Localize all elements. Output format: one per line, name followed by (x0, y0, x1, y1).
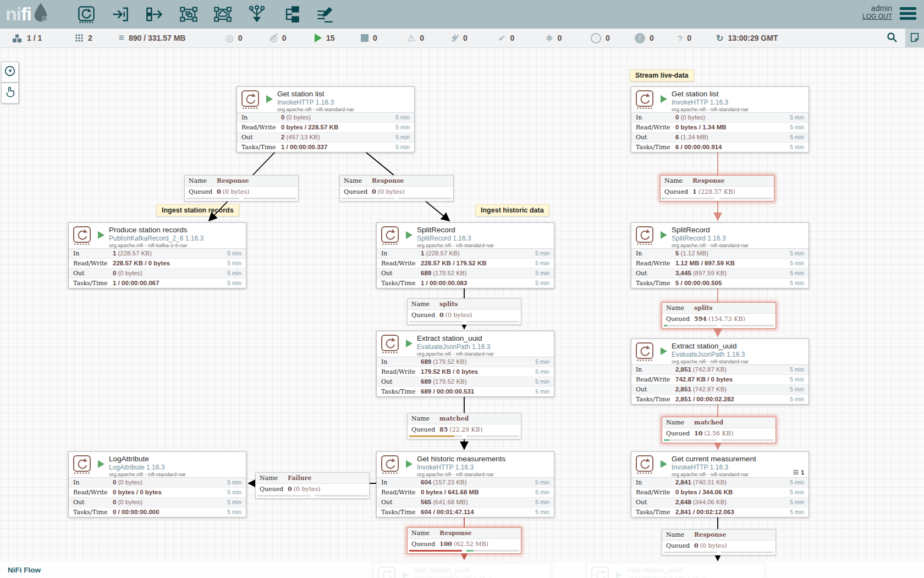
refresh-icon[interactable]: ↻ (716, 33, 723, 43)
processor-stamp-icon (72, 455, 92, 477)
stat-window: 5 min (395, 133, 410, 142)
connection-label[interactable]: Name Response Queued 0(0 bytes) (184, 175, 299, 201)
connection-queue-row: Queued 0(0 bytes) (340, 187, 453, 197)
run-status-icon (661, 460, 667, 468)
connection-name-row: Name matched (408, 413, 521, 424)
stat-window: 5 min (535, 367, 549, 377)
connection-label[interactable]: Name splits Queued 0(0 bytes) (407, 298, 521, 325)
active-thread-badge: 1 (793, 469, 804, 476)
flow-label-text: Ingest station records (162, 206, 234, 214)
connection-label[interactable]: Name Response Queued 1(228.57 KB) (660, 175, 774, 201)
connection-name-row: Name Response (408, 528, 521, 539)
stat-value: 604 / 00:01:47.114 (421, 508, 476, 517)
processor[interactable]: SplitRecord SplitRecord 1.16.3 org.apach… (631, 222, 809, 288)
connection-label[interactable]: Name splits Queued 594(154.73 KB) (662, 302, 776, 329)
hand-tool-button[interactable] (1, 83, 19, 103)
processor[interactable]: Get current measurement InvokeHTTP 1.16.… (631, 451, 809, 517)
label-tool-icon[interactable] (315, 4, 336, 25)
relationship-name: Response (372, 177, 404, 184)
cluster-icon (12, 34, 23, 43)
stat-window: 5 min (535, 387, 549, 396)
relationship-name: Response (692, 177, 725, 184)
connection-label[interactable]: Name Response Queued 100(62.52 MB) (407, 527, 521, 554)
flow-label[interactable]: Ingest station records (156, 204, 239, 216)
stat-label: In (73, 478, 79, 487)
funnel-tool-icon[interactable] (246, 4, 267, 25)
stat-value: 2(457.13 KB) (281, 133, 320, 142)
processor-header: Get station list InvokeHTTP 1.16.3 org.a… (237, 87, 414, 112)
stat-row: In 5(1.12 MB) 5 min (631, 249, 809, 258)
processor[interactable]: Extract station_uuid EvaluateJsonPath 1.… (376, 331, 554, 397)
threads-mini-icon (793, 470, 799, 475)
queued-size: (154.73 KB) (708, 315, 745, 323)
threads-icon (75, 34, 84, 42)
search-button[interactable] (884, 31, 900, 45)
stat-row: Tasks/Time 689 / 00:00:00.531 5 min (377, 386, 554, 396)
processor[interactable]: Get station list InvokeHTTP 1.16.3 org.a… (631, 86, 809, 152)
processor[interactable]: Extract station_uuid EvaluateJsonPath 1.… (631, 339, 809, 405)
processor-header: LogAttribute LogAttribute 1.16.3 org.apa… (69, 452, 246, 477)
connection-label[interactable]: Name matched Queued 85(22.29 KB) (407, 413, 521, 439)
processor[interactable]: Get station list InvokeHTTP 1.16.3 org.a… (237, 86, 415, 152)
run-status-icon (661, 231, 667, 239)
up-to-date-status: ✔ 0 (498, 29, 514, 47)
stat-row: Read/Write 228.57 KB / 0 bytes 5 min (69, 258, 246, 268)
processor-bundle: org.apache.nifi - nifi-standard-nar (672, 106, 749, 112)
processor-bundle: org.apache.nifi - nifi-standard-nar (277, 106, 354, 112)
name-key: Name (411, 413, 430, 424)
connection-label[interactable]: Name Failure Queued 0(0 bytes) (255, 472, 370, 499)
processor-bundle: org.apache.nifi - nifi-standard-nar (672, 471, 749, 477)
connection-name-row: Name matched (662, 417, 776, 428)
queued-size: (0 bytes) (446, 312, 472, 319)
stat-label: Out (241, 133, 253, 142)
stat-window: 5 min (395, 123, 410, 132)
breadcrumb[interactable]: NiFi Flow (8, 566, 41, 574)
processor-stats: In 689(179.52 KB) 5 min Read/Write 179.5… (377, 357, 554, 396)
stat-window: 5 min (790, 259, 804, 268)
processor[interactable]: Get historic measurements InvokeHTTP 1.1… (376, 451, 554, 517)
stat-row: Read/Write 1.12 MB / 897.59 KB 5 min (631, 258, 809, 268)
queued-size: (0 bytes) (294, 486, 321, 493)
processor[interactable]: LogAttribute LogAttribute 1.16.3 org.apa… (68, 451, 246, 517)
processor-tool-icon[interactable] (76, 4, 97, 25)
queued-count: 0 (288, 486, 292, 493)
input-port-tool-icon[interactable] (110, 4, 131, 25)
not-transmitting-icon: ◎ (270, 32, 278, 44)
note-button[interactable] (905, 29, 924, 47)
connection-label[interactable]: Name Response Queued 0(0 bytes) (339, 175, 454, 201)
remote-process-group-tool-icon[interactable] (212, 4, 233, 25)
processor[interactable]: SplitRecord SplitRecord 1.16.3 org.apach… (376, 222, 554, 288)
process-group-tool-icon[interactable] (178, 4, 199, 25)
template-tool-icon[interactable] (280, 4, 301, 25)
stat-label: Tasks/Time (636, 279, 670, 288)
stat-value: 742.87 KB / 0 bytes (675, 375, 734, 384)
stat-label: Tasks/Time (381, 508, 416, 517)
connection-label[interactable]: Name Response Queued 0(0 bytes) (662, 529, 776, 555)
navigate-button[interactable] (1, 62, 19, 83)
flow-label[interactable]: Stream live-data (630, 69, 694, 81)
processor-name: Extract station_uuid (672, 342, 737, 350)
stat-value: 0 bytes / 641.68 MB (421, 488, 480, 497)
connection-label[interactable]: Name matched Queued 10(2.56 KB) (662, 417, 776, 443)
stat-row: Read/Write 742.87 KB / 0 bytes 5 min (631, 374, 809, 384)
name-key: Name (666, 417, 684, 428)
connection-name-row: Name splits (408, 299, 521, 310)
flow-label[interactable]: Ingest historic data (475, 204, 549, 216)
global-menu-icon[interactable] (900, 7, 916, 22)
processor-bundle: org.apache.nifi - nifi-standard-nar (417, 351, 494, 357)
invalid-icon: ⚠ (407, 32, 415, 44)
processor-stats: In 2,841(740.31 KB) 5 min Read/Write 0 b… (631, 477, 809, 517)
processor-type: LogAttribute 1.16.3 (109, 464, 164, 471)
stat-window: 5 min (395, 113, 410, 122)
stat-value: 0 / 00:00:00.000 (113, 508, 161, 517)
data-size-bar (721, 439, 774, 441)
logout-link[interactable]: LOG OUT (862, 13, 892, 20)
stat-label: Tasks/Time (381, 387, 416, 396)
flow-canvas[interactable]: Stream live-data Ingest station records … (0, 0, 924, 578)
processor[interactable]: Produce station records PublishKafkaReco… (68, 222, 246, 288)
output-port-tool-icon[interactable] (144, 4, 165, 25)
stat-value: 2,851(742.87 KB) (675, 385, 727, 394)
stat-value: 2,851 / 00:00:02.282 (675, 395, 736, 404)
name-key: Name (344, 176, 362, 186)
stat-value: 3,445(897.59 KB) (675, 269, 727, 278)
